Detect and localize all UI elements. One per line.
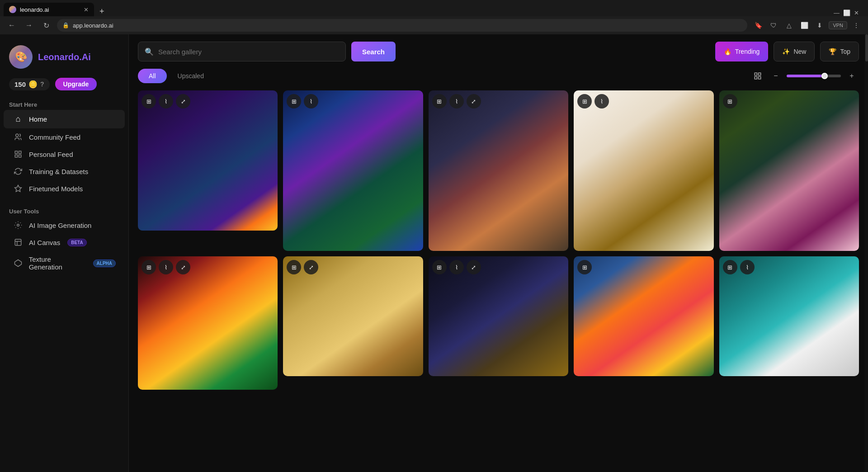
gallery-card-10[interactable]: ⊞ ⌇	[719, 256, 859, 376]
card-edit-btn-2[interactable]: ⌇	[304, 94, 318, 109]
gallery-card-9[interactable]: ⊞	[574, 256, 713, 376]
search-icon: 🔍	[145, 47, 154, 56]
sidebar-item-texture[interactable]: Texture Generation ALPHA	[4, 251, 125, 275]
tab-favicon	[9, 6, 16, 13]
forward-btn[interactable]: →	[23, 19, 35, 32]
svg-rect-3	[15, 155, 17, 157]
profile-icon[interactable]: △	[783, 19, 795, 32]
gallery-card-6[interactable]: ⊞ ⌇ ⤢	[138, 256, 278, 390]
search-input[interactable]	[158, 48, 339, 56]
vpn-badge[interactable]: VPN	[829, 21, 847, 29]
card-overlay-5: ⊞	[723, 94, 855, 109]
active-tab[interactable]: leonardo.ai ✕	[4, 3, 94, 16]
card-expand-btn-1[interactable]: ⤢	[176, 94, 190, 109]
gallery-card-4[interactable]: ⊞ ⌇	[574, 90, 713, 251]
back-btn[interactable]: ←	[5, 19, 18, 32]
sidebar-item-ai-image-label: AI Image Generation	[29, 222, 91, 229]
card-edit-btn-10[interactable]: ⌇	[740, 260, 755, 274]
sidebar-item-finetuned-label: Finetuned Models	[29, 185, 83, 193]
tab-bar: leonardo.ai ✕ + — ⬜ ✕	[0, 0, 868, 16]
grid-view-btn[interactable]	[750, 69, 765, 83]
trending-filter-btn[interactable]: 🔥 Trending	[715, 42, 769, 61]
card-edit-btn-4[interactable]: ⌇	[594, 94, 609, 109]
top-filter-btn[interactable]: 🏆 Top	[820, 42, 859, 61]
trending-label: Trending	[735, 48, 760, 55]
close-btn[interactable]: ✕	[854, 9, 859, 16]
gallery-card-3[interactable]: ⊞ ⌇ ⤢	[429, 90, 568, 251]
sidebar-item-home-label: Home	[29, 115, 47, 123]
right-scrollbar[interactable]	[864, 34, 868, 472]
bookmark-btn[interactable]: 🔖	[752, 19, 764, 32]
card-ai-btn-8[interactable]: ⊞	[432, 260, 447, 274]
card-ai-btn-7[interactable]: ⊞	[287, 260, 301, 274]
beta-badge: BETA	[67, 239, 86, 246]
sidebar-section-user-tools: User Tools	[0, 204, 128, 217]
card-ai-btn-2[interactable]: ⊞	[287, 94, 301, 109]
svg-rect-10	[759, 73, 761, 75]
training-icon	[13, 167, 24, 175]
gallery-card-2[interactable]: ⊞ ⌇	[283, 90, 423, 251]
top-label: Top	[840, 48, 850, 55]
url-bar[interactable]: 🔒 app.leonardo.ai	[57, 19, 747, 32]
card-ai-btn-1[interactable]: ⊞	[142, 94, 156, 109]
search-input-wrap[interactable]: 🔍	[138, 42, 346, 61]
card-ai-btn-9[interactable]: ⊞	[577, 260, 592, 274]
card-edit-btn-6[interactable]: ⌇	[159, 260, 173, 274]
tab-upscaled[interactable]: Upscaled	[167, 69, 215, 83]
sidebar-item-personal-label: Personal Feed	[29, 151, 73, 158]
url-text: app.leonardo.ai	[73, 22, 113, 29]
download-btn[interactable]: ⬇	[813, 19, 826, 32]
zoom-slider[interactable]	[787, 75, 841, 77]
shield-icon[interactable]: 🛡	[767, 19, 780, 32]
new-filter-btn[interactable]: ✨ New	[774, 42, 815, 61]
card-edit-btn-8[interactable]: ⌇	[449, 260, 464, 274]
card-ai-btn-5[interactable]: ⊞	[723, 94, 737, 109]
card-ai-btn-3[interactable]: ⊞	[432, 94, 447, 109]
app-container: 🎨 Leonardo.Ai 150 🪙 ? Upgrade Start Here…	[0, 34, 868, 472]
gallery-card-5[interactable]: ⊞	[719, 90, 859, 251]
menu-btn[interactable]: ⋮	[850, 19, 863, 32]
zoom-out-btn[interactable]: −	[769, 69, 783, 83]
sidebar-item-home[interactable]: ⌂ Home	[4, 110, 125, 128]
personal-feed-icon	[13, 150, 24, 158]
extension-btn[interactable]: ⬜	[798, 19, 811, 32]
tab-all[interactable]: All	[138, 69, 167, 83]
tab-close-btn[interactable]: ✕	[84, 6, 89, 13]
card-overlay-1: ⊞ ⌇ ⤢	[142, 94, 274, 109]
card-expand-btn-6[interactable]: ⤢	[176, 260, 190, 274]
new-icon: ✨	[782, 48, 790, 55]
zoom-in-btn[interactable]: +	[844, 69, 859, 83]
search-button[interactable]: Search	[351, 42, 396, 61]
sidebar-item-finetuned[interactable]: Finetuned Models	[4, 180, 125, 197]
card-expand-btn-8[interactable]: ⤢	[467, 260, 481, 274]
svg-marker-5	[15, 185, 22, 192]
card-ai-btn-10[interactable]: ⊞	[723, 260, 737, 274]
gallery-grid: ⊞ ⌇ ⤢ ⊞ ⌇ ⊞ ⌇ ⤢ ⊞	[138, 90, 859, 399]
gallery-card-7[interactable]: ⊞ ⤢	[283, 256, 423, 376]
gallery-card-1[interactable]: ⊞ ⌇ ⤢	[138, 90, 278, 231]
card-ai-btn-4[interactable]: ⊞	[577, 94, 592, 109]
sidebar-item-ai-canvas[interactable]: AI Canvas BETA	[4, 234, 125, 251]
card-edit-btn-3[interactable]: ⌇	[449, 94, 464, 109]
card-expand-btn-7[interactable]: ⤢	[304, 260, 318, 274]
sidebar-item-training[interactable]: Training & Datasets	[4, 163, 125, 180]
help-icon[interactable]: ?	[40, 80, 44, 88]
card-overlay-4: ⊞ ⌇	[577, 94, 710, 109]
maximize-btn[interactable]: ⬜	[843, 9, 850, 16]
sidebar-item-community-feed[interactable]: Community Feed	[4, 128, 125, 146]
card-expand-btn-3[interactable]: ⤢	[467, 94, 481, 109]
sidebar-item-ai-image[interactable]: AI Image Generation	[4, 217, 125, 234]
svg-rect-7	[15, 239, 21, 245]
card-ai-btn-6[interactable]: ⊞	[142, 260, 156, 274]
logo-text-part2: .Ai	[79, 52, 91, 62]
minimize-btn[interactable]: —	[834, 9, 840, 16]
sidebar-item-personal-feed[interactable]: Personal Feed	[4, 146, 125, 163]
gallery-card-8[interactable]: ⊞ ⌇ ⤢	[429, 256, 568, 376]
finetuned-icon	[13, 184, 24, 193]
svg-rect-11	[755, 77, 757, 79]
upgrade-button[interactable]: Upgrade	[55, 78, 97, 90]
card-edit-btn-1[interactable]: ⌇	[159, 94, 173, 109]
new-tab-btn[interactable]: +	[96, 7, 108, 16]
nav-bar: ← → ↻ 🔒 app.leonardo.ai 🔖 🛡 △ ⬜ ⬇ VPN ⋮	[0, 16, 868, 34]
reload-btn[interactable]: ↻	[40, 19, 52, 32]
